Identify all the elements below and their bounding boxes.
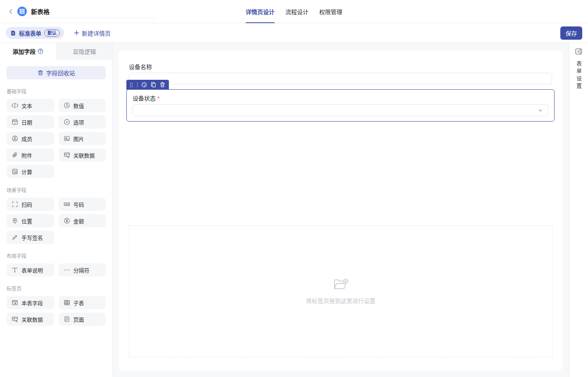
sidebar-field-item[interactable]: 关联数据 [59, 148, 106, 162]
attachment-icon [12, 152, 18, 158]
text-field-icon [12, 102, 18, 109]
sidebar-field-label: 表单说明 [21, 266, 43, 274]
sidebar-tab-add-field[interactable]: 添加字段 [0, 43, 56, 60]
device-status-select[interactable] [133, 104, 548, 116]
chevron-down-icon [538, 108, 543, 113]
copy-icon[interactable] [151, 82, 156, 88]
grid-icon [19, 9, 25, 14]
sidebar-field-label: 关联数据 [74, 151, 95, 159]
sidebar-field-item[interactable]: 9数值 [59, 99, 106, 112]
sidebar-field-item[interactable]: 子表 [59, 296, 106, 309]
panel-collapse-icon[interactable] [575, 48, 583, 55]
sidebar-field-item[interactable]: 扫码 [7, 198, 54, 211]
folder-plus-icon [333, 278, 349, 291]
drag-handle-icon[interactable] [129, 82, 133, 88]
sidebar-field-label: 本表字段 [21, 299, 43, 307]
sidebar-field-item[interactable]: 金额 [59, 214, 106, 227]
sidebar-field-label: 子表 [74, 299, 84, 307]
location-icon [12, 217, 18, 224]
back-button[interactable] [6, 7, 16, 17]
table-fields-icon [12, 299, 18, 306]
sidebar-field-item[interactable]: 1日期 [7, 115, 54, 129]
new-detail-page-button[interactable]: 新建详情页 [74, 29, 111, 37]
field-block-device-name[interactable]: 设备名称 [129, 62, 552, 84]
sidebar-field-label: 金额 [74, 217, 84, 225]
sidebar-field-item[interactable]: 图片 [59, 132, 106, 145]
toolbar-divider [137, 82, 138, 87]
scan-icon [12, 201, 18, 208]
section-title: 布局字段 [7, 252, 106, 259]
dropzone-hint: 将标签页拖到这里进行设置 [306, 296, 375, 305]
amount-icon [64, 217, 70, 224]
signature-icon [12, 234, 18, 241]
sidebar-field-item[interactable]: 关联数据 [7, 313, 54, 326]
selected-field-toolbar [126, 80, 169, 90]
sidebar-field-label: 文本 [21, 102, 32, 110]
sidebar-field-item[interactable]: 表单说明 [7, 263, 54, 277]
document-icon [10, 30, 16, 36]
linked-data-icon [12, 316, 18, 322]
number-icon: 9 [64, 102, 70, 109]
tab-page-dropzone[interactable]: 将标签页拖到这里进行设置 [129, 225, 552, 357]
form-settings-tab[interactable]: 表单设置 [575, 61, 583, 91]
linked-data-icon [64, 152, 70, 158]
sidebar-field-label: 数值 [74, 102, 84, 110]
field-label: 设备状态* [133, 94, 548, 102]
palette-icon[interactable] [141, 82, 147, 88]
sidebar-sections: 基础字段文本9数值1日期选项成员图片附件关联数据计算场景字段扫码号码位置金额手写… [7, 88, 106, 326]
sidebar-tab-visibility-logic[interactable]: 显隐逻辑 [56, 43, 113, 60]
sidebar-field-item[interactable]: 号码 [59, 198, 106, 211]
form-app-icon [17, 7, 27, 16]
sidebar-field-label: 扫码 [21, 200, 32, 208]
default-badge: 默认 [44, 29, 60, 37]
form-toolbar: 标准表单 默认 新建详情页 保存 [0, 23, 588, 43]
page-title[interactable]: 新表格 [31, 7, 50, 16]
date-icon: 1 [12, 119, 18, 125]
section-title: 基础字段 [7, 88, 106, 95]
subtable-icon [64, 299, 70, 306]
form-pill-label: 标准表单 [19, 29, 41, 37]
device-name-input[interactable] [129, 73, 552, 84]
sidebar-field-item[interactable]: 页面 [59, 313, 106, 326]
sidebar-field-label: 分隔符 [74, 266, 90, 274]
sidebar-field-label: 位置 [21, 217, 32, 225]
standard-form-pill[interactable]: 标准表单 默认 [6, 27, 64, 39]
image-icon [64, 135, 70, 142]
trash-icon [38, 70, 43, 76]
sidebar-field-item[interactable]: 手写签名 [7, 231, 54, 244]
sidebar-field-item[interactable]: 位置 [7, 214, 54, 227]
serial-number-icon [64, 201, 70, 208]
tab-flow-design[interactable]: 流程设计 [285, 0, 308, 23]
sidebar-section: 布局字段表单说明分隔符 [7, 252, 106, 277]
required-asterisk: * [157, 95, 159, 102]
calc-icon [12, 168, 18, 175]
save-button[interactable]: 保存 [560, 26, 582, 40]
page-icon [64, 316, 70, 322]
sidebar-field-item[interactable]: 分隔符 [59, 263, 106, 277]
sidebar-field-label: 手写签名 [21, 234, 43, 241]
field-block-device-status[interactable]: 设备状态* [126, 89, 555, 122]
section-title: 标签页 [7, 285, 106, 292]
svg-text:1: 1 [14, 122, 16, 124]
header-tabs: 详情页设计 流程设计 权限管理 [246, 0, 342, 23]
plus-icon [74, 30, 79, 36]
sidebar-field-item[interactable]: 成员 [7, 132, 54, 145]
help-circle-icon[interactable] [38, 48, 43, 54]
form-canvas: 设备名称 [119, 50, 562, 370]
sidebar-field-item[interactable]: 本表字段 [7, 296, 54, 309]
field-recycle-bin-button[interactable]: 字段回收站 [7, 66, 106, 79]
sidebar-field-item[interactable]: 文本 [7, 99, 54, 112]
tab-detail-page-design[interactable]: 详情页设计 [246, 0, 275, 23]
app-header: 新表格 详情页设计 流程设计 权限管理 [0, 0, 588, 23]
trash-icon[interactable] [160, 82, 165, 88]
sidebar-field-label: 关联数据 [21, 315, 43, 323]
chevron-left-icon [7, 8, 14, 15]
canvas-area: 设备名称 [113, 43, 569, 377]
section-title: 场景字段 [7, 186, 106, 193]
sidebar-field-label: 成员 [21, 135, 32, 143]
tab-permission-management[interactable]: 权限管理 [319, 0, 342, 23]
sidebar-field-item[interactable]: 选项 [59, 115, 106, 129]
field-grid: 本表字段子表关联数据页面 [7, 296, 106, 326]
sidebar-field-item[interactable]: 计算 [7, 165, 54, 178]
sidebar-field-item[interactable]: 附件 [7, 148, 54, 162]
